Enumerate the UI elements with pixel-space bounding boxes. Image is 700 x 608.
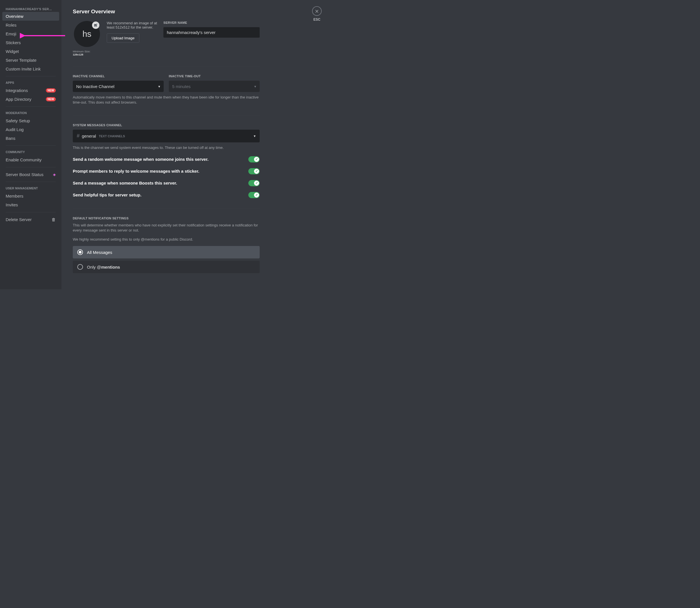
sidebar-item-stickers[interactable]: Stickers	[2, 38, 59, 47]
sidebar-item-members[interactable]: Members	[2, 192, 59, 201]
radio-all-messages[interactable]: All Messages	[73, 246, 260, 259]
sidebar-item-label: Bans	[6, 136, 15, 141]
radio-label: Only @mentions	[87, 265, 120, 269]
sidebar-item-safety-setup[interactable]: Safety Setup	[2, 116, 59, 125]
sidebar-item-label: Widget	[6, 49, 19, 54]
trash-icon: 🗑	[52, 217, 56, 222]
system-channel-select[interactable]: # general TEXT CHANNELS ▾	[73, 130, 260, 142]
avatar-initials: hs	[82, 29, 91, 39]
notification-settings-label: DEFAULT NOTIFICATION SETTINGS	[73, 216, 260, 220]
channel-name: general	[82, 134, 96, 138]
chevron-down-icon: ▾	[254, 134, 256, 138]
sidebar-item-label: Invites	[6, 202, 18, 207]
check-icon: ✓	[254, 169, 259, 174]
new-badge: NEW	[46, 97, 56, 101]
upload-image-button[interactable]: Upload Image	[107, 33, 139, 43]
radio-icon	[77, 249, 83, 255]
sidebar-item-label: Delete Server	[6, 217, 32, 222]
close-button[interactable]	[312, 6, 322, 16]
toggle-label-sticker: Prompt members to reply to welcome messa…	[73, 169, 199, 173]
sidebar-item-label: Custom Invite Link	[6, 66, 40, 71]
sidebar-section-apps: APPS	[2, 79, 59, 86]
close-icon	[315, 9, 319, 13]
toggle-welcome-message[interactable]: ✓	[248, 156, 260, 163]
sidebar-item-audit-log[interactable]: Audit Log	[2, 125, 59, 134]
channel-category: TEXT CHANNELS	[99, 134, 125, 138]
check-icon: ✓	[254, 180, 259, 186]
upload-image-icon[interactable]	[92, 21, 99, 29]
divider	[6, 146, 56, 146]
sidebar-item-app-directory[interactable]: App Directory NEW	[2, 95, 59, 103]
sidebar-item-label: Server Boost Status	[6, 172, 43, 177]
divider	[6, 167, 56, 167]
sidebar-item-widget[interactable]: Widget	[2, 47, 59, 56]
divider	[73, 66, 260, 66]
toggle-sticker-prompt[interactable]: ✓	[248, 168, 260, 174]
image-recommendation: We recommend an image of at least 512x51…	[107, 21, 158, 30]
sidebar-item-label: Emoji	[6, 32, 16, 36]
server-avatar[interactable]: hs	[74, 21, 100, 47]
check-icon: ✓	[254, 157, 259, 162]
inactive-helper-text: Automatically move members to this chann…	[73, 95, 260, 105]
select-value: No Inactive Channel	[76, 84, 114, 89]
page-title: Server Overview	[73, 8, 260, 15]
content-area: Server Overview hs Minimum Size: 128x128…	[61, 0, 271, 289]
inactive-channel-select[interactable]: No Inactive Channel ▾	[73, 81, 164, 92]
sidebar-item-label: Safety Setup	[6, 118, 30, 123]
sidebar-item-delete-server[interactable]: Delete Server 🗑	[2, 215, 59, 224]
sidebar-item-label: Server Template	[6, 58, 37, 62]
sidebar-item-invites[interactable]: Invites	[2, 201, 59, 209]
check-icon: ✓	[254, 192, 259, 197]
sidebar-item-integrations[interactable]: Integrations NEW	[2, 86, 59, 95]
sidebar-item-server-boost[interactable]: Server Boost Status ◈	[2, 170, 59, 179]
sidebar-item-label: Overview	[6, 14, 23, 19]
system-channel-label: SYSTEM MESSAGES CHANNEL	[73, 124, 260, 127]
sidebar-item-emoji[interactable]: Emoji	[2, 30, 59, 38]
sidebar-server-header: HANNAHMACREADY'S SER...	[2, 6, 59, 12]
sidebar: HANNAHMACREADY'S SER... Overview Roles E…	[0, 0, 61, 289]
sidebar-item-label: Roles	[6, 23, 16, 27]
sidebar-item-overview[interactable]: Overview	[2, 12, 59, 21]
inactive-timeout-label: INACTIVE TIME-OUT	[169, 74, 260, 78]
inactive-channel-label: INACTIVE CHANNEL	[73, 74, 164, 78]
radio-icon	[77, 264, 83, 270]
sidebar-item-label: Stickers	[6, 40, 21, 45]
sidebar-section-user-mgmt: USER MANAGEMENT	[2, 185, 59, 192]
sidebar-item-server-template[interactable]: Server Template	[2, 56, 59, 64]
toggle-helpful-tips[interactable]: ✓	[248, 192, 260, 198]
close-area: ESC	[312, 6, 322, 21]
server-name-input[interactable]	[163, 27, 260, 38]
server-name-label: SERVER NAME	[163, 21, 260, 24]
chevron-down-icon: ▾	[254, 84, 256, 89]
system-channel-helper: This is the channel we send system event…	[73, 145, 260, 150]
sidebar-item-label: Integrations	[6, 88, 28, 93]
inactive-timeout-select[interactable]: 5 minutes ▾	[169, 81, 260, 92]
sidebar-item-label: Members	[6, 194, 23, 198]
divider	[6, 76, 56, 76]
sidebar-item-enable-community[interactable]: Enable Community	[2, 155, 59, 164]
new-badge: NEW	[46, 88, 56, 93]
toggle-label-boost: Send a message when someone Boosts this …	[73, 180, 177, 185]
hash-icon: #	[77, 133, 79, 139]
chevron-down-icon: ▾	[158, 84, 160, 89]
divider	[6, 107, 56, 107]
notification-helper-1: This will determine whether members who …	[73, 223, 260, 233]
sidebar-item-label: Audit Log	[6, 127, 23, 132]
sidebar-item-custom-invite[interactable]: Custom Invite Link	[2, 64, 59, 73]
toggle-label-tips: Send helpful tips for server setup.	[73, 192, 142, 197]
sidebar-item-label: Enable Community	[6, 157, 42, 162]
sidebar-item-label: App Directory	[6, 97, 32, 102]
sidebar-item-bans[interactable]: Bans	[2, 134, 59, 142]
boost-icon: ◈	[53, 172, 56, 177]
divider	[73, 208, 260, 209]
sidebar-item-roles[interactable]: Roles	[2, 21, 59, 30]
toggle-label-welcome: Send a random welcome message when someo…	[73, 157, 208, 162]
divider	[6, 212, 56, 212]
sidebar-section-moderation: MODERATION	[2, 110, 59, 116]
min-size-text: Minimum Size: 128x128	[73, 50, 101, 56]
toggle-boost-message[interactable]: ✓	[248, 180, 260, 186]
select-value: 5 minutes	[172, 84, 190, 89]
radio-label: All Messages	[87, 250, 112, 255]
sidebar-section-community: COMMUNITY	[2, 149, 59, 155]
radio-only-mentions[interactable]: Only @mentions	[73, 261, 260, 273]
